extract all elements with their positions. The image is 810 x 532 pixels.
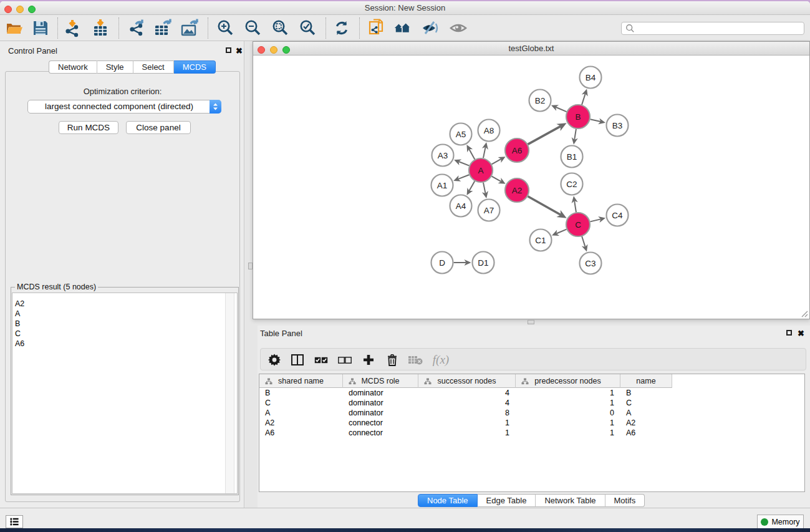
graph-node-label: A8 [484,126,494,135]
hide-selected-button[interactable] [420,18,440,38]
memory-button[interactable]: Memory [757,515,804,529]
tab-style[interactable]: Style [97,60,133,74]
delete-table-button[interactable] [407,352,423,368]
add-column-button[interactable] [360,352,377,368]
resize-grip-icon[interactable] [801,310,808,317]
graph-edge-A-A3[interactable] [459,162,470,166]
graph-edge-A-A6[interactable] [492,159,501,164]
refresh-button[interactable] [332,18,352,38]
tab-select[interactable]: Select [133,60,174,74]
export-network-button[interactable] [127,18,147,38]
graph-edge-B-B3[interactable] [591,119,601,122]
show-selected-button[interactable] [448,18,468,38]
graph-edge-A-A7[interactable] [483,183,486,194]
optimization-criterion-dropdown[interactable]: largest connected component (directed) [27,100,221,114]
function-builder-button[interactable]: f(x) [430,352,451,368]
graph-edge-B-B4[interactable] [582,94,586,105]
table-cell: C [626,398,672,408]
graph-edge-C-C4[interactable] [590,219,600,221]
import-table-button[interactable] [90,18,110,38]
gear-icon [268,354,281,366]
graph-edge-A2-C[interactable] [528,196,561,215]
table-cell: 1 [418,418,509,428]
save-session-button[interactable] [31,18,51,38]
search-input[interactable] [621,22,804,35]
show-all-button[interactable] [393,18,413,38]
graph-edge-C-C2[interactable] [574,201,576,212]
column-header-shared-name[interactable]: shared name [259,374,343,388]
tab-network[interactable]: Network [49,60,97,74]
graph-edge-C-C3[interactable] [582,236,585,247]
export-image-button[interactable] [180,18,200,38]
result-list-item[interactable]: A2 [12,299,237,309]
graph-edge-A-A5[interactable] [469,149,475,159]
result-list-scrollbar[interactable] [225,293,234,493]
delete-column-button[interactable] [384,352,400,368]
zoom-fit-button[interactable] [270,18,290,38]
tab-motifs[interactable]: Motifs [605,494,645,507]
zoom-in-button[interactable] [215,18,235,38]
table-options-button[interactable] [266,352,282,368]
graph-node-label: A7 [484,206,494,215]
desktop-background [0,528,810,532]
open-session-button[interactable] [4,18,24,38]
close-panel-action-button[interactable]: Close panel [126,121,191,134]
run-mcds-button[interactable]: Run MCDS [59,121,118,134]
graph-edge-A6-B[interactable] [528,126,561,144]
close-table-panel-button[interactable]: ✖ [798,330,804,337]
result-list-item[interactable]: B [12,319,237,329]
result-list-item[interactable]: A6 [12,339,237,349]
vertical-splitter-handle[interactable] [248,263,253,269]
deselect-all-button[interactable] [337,352,353,368]
search-icon [625,24,635,33]
graph-edge-A-A4[interactable] [469,181,475,191]
export-table-button[interactable] [153,18,173,38]
toolbar-separator [359,17,360,39]
column-header-predecessor-nodes[interactable]: predecessor nodes [516,374,620,388]
graph-node-label: A1 [437,181,448,190]
table-cell: 1 [516,398,614,408]
graph-edge-B-B2[interactable] [556,107,566,112]
tab-mcds[interactable]: MCDS [174,60,216,74]
horizontal-splitter-handle[interactable] [528,320,534,324]
zoom-out-button[interactable] [243,18,263,38]
result-list-item[interactable]: A [12,309,237,319]
result-list-item[interactable]: C [12,329,237,339]
column-header-name[interactable]: name [620,374,672,388]
import-network-button[interactable] [62,18,82,38]
table-cell: 4 [418,398,509,408]
main-titlebar: Session: New Session [0,1,810,15]
float-table-panel-button[interactable] [786,330,792,336]
mcds-result-list[interactable]: A2ABCA6 [12,293,238,494]
tab-network-table[interactable]: Network Table [536,494,605,507]
column-header-successor-nodes[interactable]: successor nodes [418,374,516,388]
column-header-MCDS-role[interactable]: MCDS role [343,374,418,388]
select-all-button[interactable] [313,352,329,368]
delete-table-icon [408,355,423,365]
graph-edge-A-A8[interactable] [483,147,486,158]
table-cell: C [265,398,343,408]
task-history-button[interactable] [6,515,23,528]
network-graph-canvas[interactable]: B4B2BB3A5A8A6B1A3AA1C2A2A4A7C4CC1C3DD1 [253,56,809,319]
homes-icon [393,19,413,37]
tab-edge-table[interactable]: Edge Table [478,494,536,507]
zoom-selected-button[interactable] [297,18,317,38]
float-panel-button[interactable] [226,47,231,53]
graph-edge-C-C1[interactable] [556,230,566,234]
node-table[interactable]: shared nameMCDS rolesuccessor nodesprede… [259,374,805,492]
table-cell: A6 [626,428,672,438]
export-table-icon [153,19,173,37]
network-window-title: testGlobe.txt [253,42,809,56]
export-image-icon [180,19,200,37]
graph-edge-A-A1[interactable] [458,175,470,179]
graph-edge-A-A2[interactable] [492,177,501,181]
graph-edge-B-B1[interactable] [574,129,576,140]
graph-node-label: B [575,112,581,122]
close-panel-button[interactable]: ✖ [236,47,243,54]
tab-node-table[interactable]: Node Table [418,494,478,507]
column-header-label: successor nodes [418,377,515,385]
column-layout-button[interactable] [289,352,306,368]
graph-node-label: A [478,166,483,175]
graph-node-label: A4 [456,201,466,211]
clone-network-button[interactable] [367,18,387,38]
